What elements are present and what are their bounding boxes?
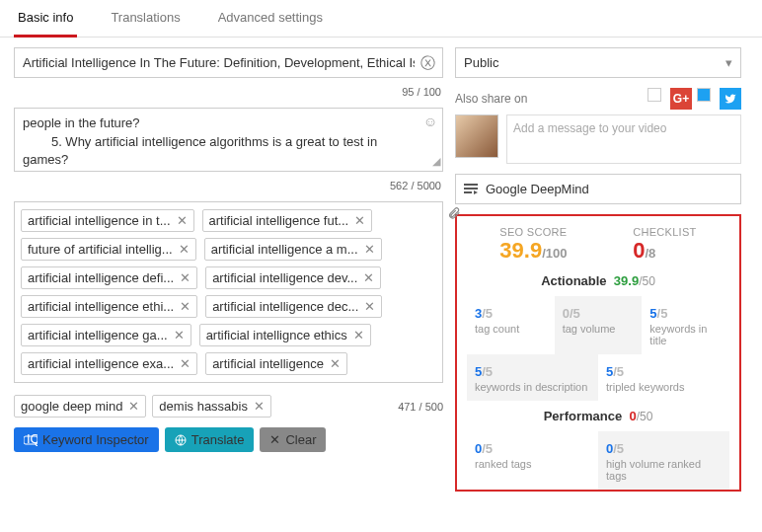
tag-chip[interactable]: future of artificial intellig...✕ bbox=[21, 238, 196, 261]
gplus-checkbox[interactable] bbox=[648, 88, 661, 102]
inspector-label: Keyword Inspector bbox=[42, 432, 149, 447]
metric-cell: 5/5tripled keywords bbox=[598, 354, 729, 401]
resize-handle-icon[interactable]: ◢ bbox=[432, 154, 440, 169]
twitter-icon bbox=[720, 88, 741, 110]
tag-chip[interactable]: artificial intelligence ethi...✕ bbox=[21, 295, 197, 318]
tag-remove-icon[interactable]: ✕ bbox=[180, 299, 190, 314]
tag-label: artificial intelligence fut... bbox=[209, 213, 349, 228]
playlist-icon bbox=[464, 184, 478, 195]
tag-remove-icon[interactable]: ✕ bbox=[174, 328, 185, 342]
seo-score: SEO SCORE 39.9/100 bbox=[499, 226, 567, 264]
tags-secondary[interactable]: google deep mind✕demis hassabis✕ bbox=[14, 395, 271, 418]
tag-remove-icon[interactable]: ✕ bbox=[364, 299, 375, 314]
visibility-select[interactable]: Public ▾ bbox=[455, 47, 741, 78]
clear-label: Clear bbox=[285, 432, 316, 447]
metric-cell: 0/5tag volume bbox=[555, 296, 643, 354]
visibility-value: Public bbox=[464, 55, 498, 70]
seo-panel: SEO SCORE 39.9/100 CHECKLIST 0/8 Actiona… bbox=[455, 214, 741, 492]
tag-chip[interactable]: google deep mind✕ bbox=[14, 395, 146, 418]
clear-button[interactable]: ✕ Clear bbox=[260, 427, 326, 452]
tag-chip[interactable]: artificial intelligence dec...✕ bbox=[205, 295, 382, 318]
tag-remove-icon[interactable]: ✕ bbox=[179, 242, 190, 257]
share-label: Also share on bbox=[455, 92, 527, 106]
tag-label: google deep mind bbox=[21, 399, 122, 414]
tag-remove-icon[interactable]: ✕ bbox=[180, 356, 190, 371]
emoji-icon[interactable]: ☺ bbox=[423, 113, 437, 132]
description-text: people in the future? 5. Why artificial … bbox=[23, 115, 381, 167]
metric-cell: 5/5keywords in description bbox=[467, 354, 598, 401]
tabs: Basic info Translations Advanced setting… bbox=[0, 0, 762, 38]
tag-label: artificial intelligence in t... bbox=[28, 213, 171, 228]
tag-remove-icon[interactable]: ✕ bbox=[363, 270, 374, 285]
tag-chip[interactable]: artificial intelligence dev...✕ bbox=[205, 266, 381, 289]
svg-text:IQ: IQ bbox=[27, 434, 38, 446]
tag-chip[interactable]: artificial intelligence fut...✕ bbox=[202, 209, 373, 232]
tag-label: artificial intelligence dec... bbox=[212, 299, 358, 314]
title-input[interactable] bbox=[15, 48, 442, 77]
tag-remove-icon[interactable]: ✕ bbox=[353, 328, 364, 342]
tag-label: artificial intelligence defi... bbox=[28, 270, 174, 285]
tab-advanced[interactable]: Advanced settings bbox=[214, 0, 327, 37]
playlist-value: Google DeepMind bbox=[486, 182, 589, 196]
metric-cell: 0/5high volume ranked tags bbox=[598, 431, 729, 490]
tag-chip[interactable]: artificial intelligence in t...✕ bbox=[21, 209, 194, 232]
share-message-input[interactable]: Add a message to your video bbox=[506, 114, 741, 164]
tag-remove-icon[interactable]: ✕ bbox=[330, 356, 341, 371]
tag-remove-icon[interactable]: ✕ bbox=[177, 213, 188, 228]
tag-label: artificial intelligence bbox=[212, 356, 324, 371]
close-icon: ✕ bbox=[269, 432, 280, 447]
clear-title-icon[interactable]: ⓧ bbox=[420, 54, 435, 73]
title-counter: 95 / 100 bbox=[14, 84, 443, 102]
actionable-header: Actionable 39.9/50 bbox=[467, 273, 729, 288]
tag-remove-icon[interactable]: ✕ bbox=[364, 242, 375, 257]
avatar bbox=[455, 114, 498, 158]
title-field: ⓧ bbox=[14, 47, 443, 78]
translate-label: Translate bbox=[191, 432, 245, 447]
twitter-checkbox[interactable] bbox=[697, 88, 711, 102]
performance-header: Performance 0/50 bbox=[467, 409, 729, 423]
inspector-icon: IQ bbox=[24, 434, 38, 446]
chevron-down-icon: ▾ bbox=[725, 55, 732, 70]
tag-chip[interactable]: artificial intelligence ga...✕ bbox=[21, 324, 191, 346]
attachment-icon[interactable] bbox=[447, 205, 461, 221]
metric-cell: 3/5tag count bbox=[467, 296, 555, 354]
tags-input[interactable]: artificial intelligence in t...✕artifici… bbox=[14, 201, 443, 383]
performance-grid: 0/5ranked tags0/5high volume ranked tags bbox=[467, 431, 729, 490]
tag-label: artificial intelligence ethi... bbox=[28, 299, 174, 314]
seo-checklist: CHECKLIST 0/8 bbox=[633, 226, 696, 264]
tag-label: future of artificial intellig... bbox=[28, 242, 173, 257]
playlist-select[interactable]: Google DeepMind bbox=[455, 174, 741, 204]
tag-remove-icon[interactable]: ✕ bbox=[254, 399, 265, 414]
gplus-icon: G+ bbox=[670, 88, 692, 110]
tag-chip[interactable]: artificial intelligence a m...✕ bbox=[204, 238, 382, 261]
tab-basic-info[interactable]: Basic info bbox=[14, 0, 77, 38]
tag-label: demis hassabis bbox=[159, 399, 248, 414]
translate-button[interactable]: Translate bbox=[165, 427, 255, 452]
tab-translations[interactable]: Translations bbox=[107, 0, 184, 37]
tag-chip[interactable]: artificial intelligence exa...✕ bbox=[21, 352, 197, 375]
tag-remove-icon[interactable]: ✕ bbox=[180, 270, 190, 285]
metric-cell: 0/5ranked tags bbox=[467, 431, 598, 490]
tag-label: artificial intelligence exa... bbox=[28, 356, 174, 371]
tag-remove-icon[interactable]: ✕ bbox=[128, 399, 139, 414]
share-section: Also share on G+ Add a message to your v… bbox=[455, 88, 741, 164]
tag-label: artificial intelligence ga... bbox=[28, 328, 168, 342]
keyword-inspector-button[interactable]: IQ Keyword Inspector bbox=[14, 427, 159, 452]
tag-chip[interactable]: artificial intelligence defi...✕ bbox=[21, 266, 197, 289]
tag-label: artificial intellignce ethics bbox=[206, 328, 347, 342]
metric-cell: 5/5keywords in title bbox=[642, 296, 729, 354]
tag-remove-icon[interactable]: ✕ bbox=[354, 213, 365, 228]
description-field[interactable]: people in the future? 5. Why artificial … bbox=[14, 108, 443, 172]
tag-label: artificial intelligence a m... bbox=[211, 242, 358, 257]
description-counter: 562 / 5000 bbox=[14, 178, 443, 195]
tag-label: artificial intelligence dev... bbox=[212, 270, 357, 285]
tag-chip[interactable]: demis hassabis✕ bbox=[152, 395, 271, 418]
actionable-grid: 3/5tag count0/5tag volume5/5keywords in … bbox=[467, 296, 729, 401]
tag-chip[interactable]: artificial intellignce ethics✕ bbox=[199, 324, 371, 346]
tags-counter: 471 / 500 bbox=[398, 401, 443, 413]
tag-chip[interactable]: artificial intelligence✕ bbox=[205, 352, 347, 375]
globe-icon bbox=[175, 434, 187, 446]
